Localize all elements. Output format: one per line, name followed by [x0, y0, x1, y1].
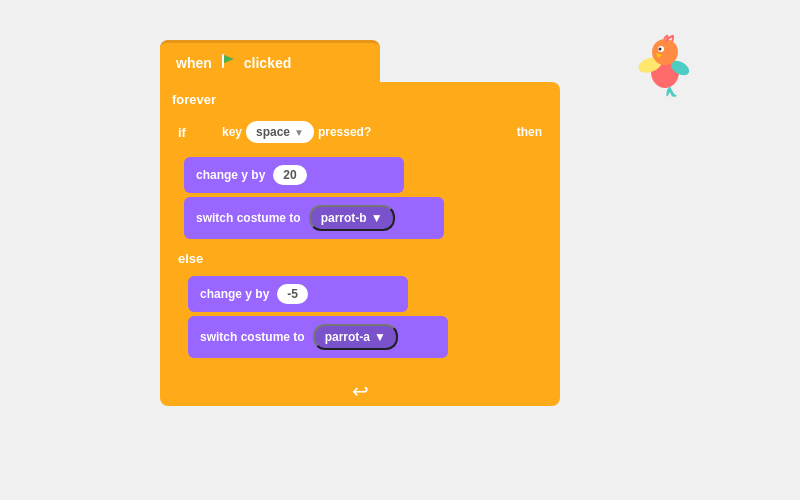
- costume-else-dropdown[interactable]: parrot-a ▼: [313, 324, 398, 350]
- else-section: else change y by -5 switch costume to pa…: [168, 245, 552, 366]
- svg-rect-6: [222, 54, 224, 68]
- if-header: if key space ▼ pressed? then: [168, 113, 552, 151]
- switch-costume-else-label: switch costume to: [200, 330, 305, 344]
- change-y-else-block: change y by -5: [188, 276, 408, 312]
- switch-costume-then-label: switch costume to: [196, 211, 301, 225]
- svg-marker-7: [224, 55, 234, 63]
- costume-then-arrow: ▼: [371, 211, 383, 225]
- change-y-then-block: change y by 20: [184, 157, 404, 193]
- costume-then-value: parrot-b: [321, 211, 367, 225]
- space-dropdown[interactable]: space ▼: [246, 121, 314, 143]
- then-text: then: [517, 125, 542, 139]
- svg-point-5: [659, 48, 662, 51]
- costume-else-value: parrot-a: [325, 330, 370, 344]
- else-label: else: [172, 247, 544, 270]
- costume-else-arrow: ▼: [374, 330, 386, 344]
- key-condition: key space ▼ pressed?: [222, 121, 371, 143]
- dropdown-arrow: ▼: [294, 127, 304, 138]
- change-y-then-label: change y by: [196, 168, 265, 182]
- change-y-then-value[interactable]: 20: [273, 165, 306, 185]
- change-y-else-value[interactable]: -5: [277, 284, 308, 304]
- costume-then-dropdown[interactable]: parrot-b ▼: [309, 205, 395, 231]
- switch-costume-else-block: switch costume to parrot-a ▼: [188, 316, 448, 358]
- forever-block: forever if key space ▼ pressed?: [160, 82, 560, 406]
- flag-icon: [220, 53, 236, 72]
- canvas: when clicked forever if key: [0, 0, 800, 500]
- clicked-label: clicked: [244, 55, 291, 71]
- else-inner: change y by -5 switch costume to parrot-…: [172, 270, 544, 364]
- space-label: space: [256, 125, 290, 139]
- svg-point-3: [652, 39, 678, 65]
- when-clicked-block: when clicked: [160, 40, 380, 82]
- switch-costume-then-block: switch costume to parrot-b ▼: [184, 197, 444, 239]
- blocks-container: when clicked forever if key: [160, 40, 560, 406]
- change-y-else-label: change y by: [200, 287, 269, 301]
- parrot-sprite: [630, 30, 700, 112]
- forever-end: ↩: [168, 376, 552, 406]
- if-block: if key space ▼ pressed? then: [168, 113, 552, 374]
- then-blocks: change y by 20 switch costume to parrot-…: [168, 151, 552, 245]
- key-text: key: [222, 125, 242, 139]
- loop-arrow-icon: ↩: [352, 379, 369, 403]
- forever-label: forever: [168, 88, 552, 113]
- pressed-text: pressed?: [318, 125, 371, 139]
- if-label: if: [178, 125, 186, 140]
- when-label: when: [176, 55, 212, 71]
